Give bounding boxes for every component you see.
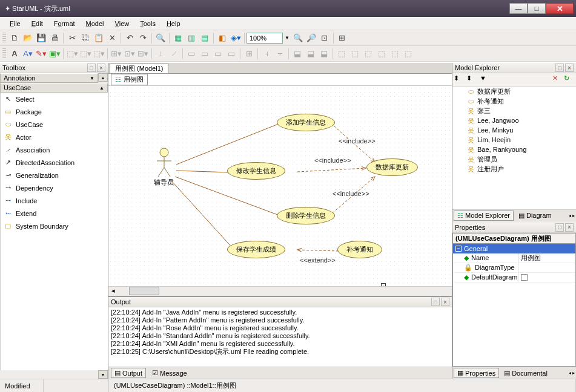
tab-properties[interactable]: ▦Properties — [454, 368, 499, 378]
save-icon[interactable]: 💾 — [35, 31, 48, 45]
tool-extend[interactable]: ⤎Extend — [1, 207, 108, 220]
zoomin-icon[interactable]: 🔍 — [291, 31, 305, 45]
g4-icon[interactable]: ▭ — [225, 47, 238, 60]
sf1-icon[interactable]: ⬚ — [335, 47, 348, 60]
menu-file[interactable]: File — [5, 19, 25, 28]
o1-icon[interactable]: ⊞ — [242, 47, 256, 60]
usecase-dbupdate[interactable]: 数据库更新 — [366, 158, 418, 176]
panel-dock-button[interactable]: □ — [87, 64, 96, 72]
del-icon[interactable]: ✕ — [552, 74, 563, 85]
d3-icon[interactable]: ⬓ — [317, 47, 331, 60]
panel-close-button[interactable]: × — [565, 64, 574, 72]
tab-documentation[interactable]: ▤Documental — [500, 368, 551, 378]
gs2-icon[interactable]: ⊡▾ — [123, 47, 136, 60]
tool-actor[interactable]: 옷Actor — [1, 131, 108, 143]
tab-model-explorer[interactable]: ☷Model Explorer — [454, 211, 514, 221]
sf5-icon[interactable]: ⬚ — [388, 47, 402, 60]
toolbox-section-annotation[interactable]: Annotation▼ — [0, 73, 98, 83]
sort2-icon[interactable]: ⬍ — [466, 74, 478, 85]
cut-icon[interactable]: ✂ — [65, 31, 79, 45]
d2-icon[interactable]: ⬓ — [304, 47, 317, 60]
t2-icon[interactable]: ▥ — [185, 31, 198, 45]
menu-edit[interactable]: Edit — [27, 19, 48, 28]
menu-tools[interactable]: Tools — [135, 19, 161, 28]
minimize-button[interactable]: — — [509, 3, 528, 14]
zoom-input[interactable] — [247, 33, 283, 44]
sf3-icon[interactable]: ⬚ — [362, 47, 375, 60]
tool-icon[interactable]: ⊞ — [336, 31, 349, 45]
font-icon[interactable]: A — [8, 47, 21, 60]
usecase-retest[interactable]: 补考通知 — [337, 241, 382, 258]
undo-icon[interactable]: ↶ — [123, 31, 136, 45]
tab-diagram-explorer[interactable]: ▤Diagram — [515, 211, 555, 221]
tree-item[interactable]: ⬭数据库更新 — [452, 87, 576, 96]
usecase-delete[interactable]: 删除学生信息 — [277, 207, 335, 224]
checkbox[interactable] — [521, 274, 528, 281]
paste-icon[interactable]: 📋 — [92, 31, 105, 45]
find-icon[interactable]: 🔍 — [154, 31, 167, 45]
sf4-icon[interactable]: ⬚ — [375, 47, 388, 60]
ln1-icon[interactable]: ⟂ — [154, 47, 167, 60]
usecase-modify[interactable]: 修改学生信息 — [227, 162, 285, 180]
explorer-tree[interactable]: ⬭数据库更新⬭补考通知옷张三옷Lee, Jangwoo옷Lee, Minkyu옷… — [452, 87, 576, 209]
tree-item[interactable]: 옷注册用户 — [452, 164, 576, 174]
tool-dependency[interactable]: ⤏Dependency — [1, 181, 108, 194]
tree-item[interactable]: 옷张三 — [452, 106, 576, 116]
tool-directedassociation[interactable]: ↗DirectedAssociation — [1, 156, 108, 169]
redo-icon[interactable]: ↷ — [136, 31, 150, 45]
menu-format[interactable]: Format — [49, 19, 80, 28]
output-tab-output[interactable]: ▤Output — [111, 368, 146, 378]
menu-view[interactable]: View — [110, 19, 134, 28]
prop-row-type[interactable]: 🔒DiagramType — [453, 263, 575, 273]
sort1-icon[interactable]: ⬍ — [454, 74, 466, 85]
toolbar-grip[interactable] — [2, 48, 6, 59]
a1-icon[interactable]: ⬚▾ — [65, 47, 79, 60]
usecase-save[interactable]: 保存学生成绩 — [227, 241, 285, 258]
prop-row-name[interactable]: ◆Name 用例图 — [453, 253, 575, 263]
al2-icon[interactable]: ⫟ — [273, 47, 286, 60]
usecase-add[interactable]: 添加学生信息 — [277, 114, 335, 131]
al1-icon[interactable]: ⫞ — [260, 47, 273, 60]
tool-generalization[interactable]: ⤻Generalization — [1, 169, 108, 181]
diagram-canvas[interactable]: 辅导员 添加学生信息 修改学生信息 删除学生信息 保存学生成绩 数据库更新 补考… — [108, 86, 452, 286]
tree-item[interactable]: 옷Lee, Minkyu — [452, 125, 576, 135]
copy-icon[interactable]: ⿻ — [79, 31, 92, 45]
linecolor-icon[interactable]: ✎▾ — [35, 47, 48, 60]
zoomfit-icon[interactable]: ⊡ — [318, 31, 331, 45]
a2-icon[interactable]: ⬚▾ — [79, 47, 92, 60]
tool-systemboundary[interactable]: ▢System Boundary — [1, 220, 108, 232]
sf2-icon[interactable]: ⬚ — [348, 47, 362, 60]
tree-item[interactable]: 옷Lee, Jangwoo — [452, 116, 576, 125]
scroll-up-button[interactable]: ▲ — [98, 73, 108, 82]
tree-item[interactable]: ⬭补考通知 — [452, 96, 576, 106]
close-button[interactable]: ✕ — [546, 3, 574, 14]
panel-dock-button[interactable]: □ — [555, 223, 564, 232]
resize-handle[interactable]: + — [381, 283, 386, 286]
sf6-icon[interactable]: ⬚ — [402, 47, 415, 60]
panel-dock-button[interactable]: □ — [431, 298, 440, 306]
scroll-down-button[interactable]: ▼ — [98, 370, 108, 379]
actor-figure[interactable]: 辅导员 — [154, 148, 174, 187]
tree-item[interactable]: 옷Lim, Heejin — [452, 135, 576, 145]
prop-row-default[interactable]: ◆DefaultDiagram — [453, 273, 575, 283]
d1-icon[interactable]: ⬓ — [291, 47, 304, 60]
delete-icon[interactable]: ✕ — [105, 31, 119, 45]
new-icon[interactable]: 🗋 — [8, 31, 21, 45]
tool-package[interactable]: ▭Package — [1, 105, 108, 118]
g2-icon[interactable]: ▭ — [198, 47, 211, 60]
panel-close-button[interactable]: × — [565, 223, 574, 232]
menu-help[interactable]: Help — [162, 19, 185, 28]
tool-association[interactable]: ⟋Association — [1, 143, 108, 156]
panel-dock-button[interactable]: □ — [555, 64, 564, 72]
t3-icon[interactable]: ▤ — [198, 31, 211, 45]
toolbox-section-usecase[interactable]: UseCase▲ — [0, 83, 108, 93]
open-icon[interactable]: 📂 — [21, 31, 35, 45]
panel-close-button[interactable]: × — [441, 298, 449, 306]
t1-icon[interactable]: ▦ — [171, 31, 185, 45]
menu-model[interactable]: Model — [81, 19, 109, 28]
fillcolor-icon[interactable]: ▣▾ — [48, 47, 61, 60]
a3-icon[interactable]: ⬚▾ — [92, 47, 105, 60]
gs3-icon[interactable]: ⊟▾ — [136, 47, 150, 60]
output-tab-message[interactable]: ☑Message — [148, 368, 191, 378]
g3-icon[interactable]: ▭ — [211, 47, 225, 60]
